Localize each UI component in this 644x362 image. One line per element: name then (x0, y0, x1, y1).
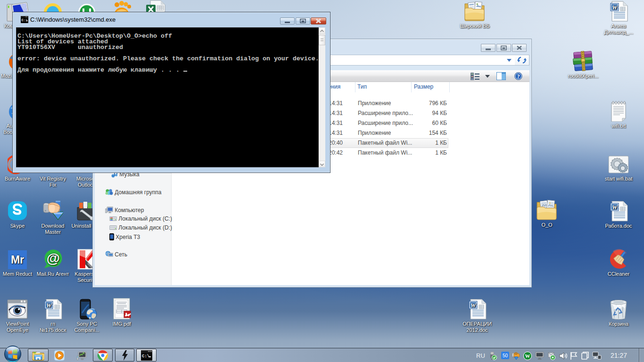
svg-text:W: W (525, 353, 530, 359)
svg-text:C:\: C:\ (22, 18, 28, 22)
svg-text:?: ? (517, 73, 520, 80)
svg-text:50: 50 (503, 353, 508, 358)
svg-text:Mr: Mr (11, 254, 24, 266)
svg-text:@: @ (47, 251, 60, 266)
